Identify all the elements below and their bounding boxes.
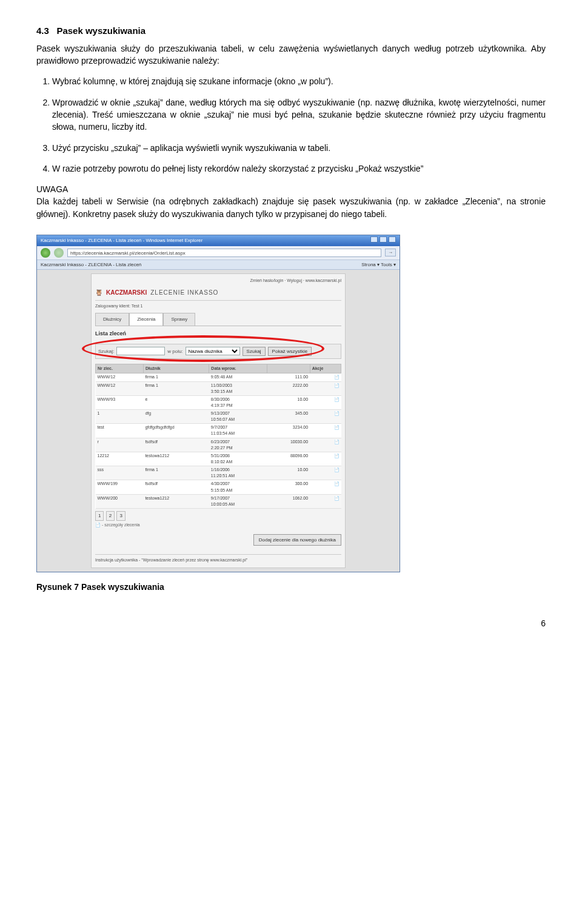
action-row: Dodaj zlecenie dla nowego dłużnika <box>95 534 341 546</box>
cell-kwota: 345.00 <box>267 410 310 424</box>
pager-note: 📄 - szczegóły zlecenia <box>95 522 341 528</box>
note-label: UWAGA <box>36 183 546 195</box>
col-kwota <box>267 364 310 373</box>
cell-akcje[interactable]: 📄 <box>310 424 341 438</box>
show-all-button[interactable]: Pokaż wszystkie <box>268 347 312 357</box>
cell-nr: WWW/12 <box>96 373 144 381</box>
cell-akcje[interactable]: 📄 <box>310 410 341 424</box>
cell-data: 9/7/200711:03:54 AM <box>209 424 267 438</box>
window-buttons <box>370 236 396 245</box>
pager: 1 2 3 <box>95 511 341 521</box>
toolbar-right[interactable]: Strona ▾ Tools ▾ <box>361 261 396 269</box>
cell-data: 8/30/20064:19:37 PM <box>209 395 267 409</box>
table-row: rfsdfsdf6/23/20072:20:27 PM10030.00📄 <box>96 438 341 452</box>
top-links[interactable]: Zmień hasło/login · Wyloguj · www.kaczma… <box>95 278 341 284</box>
step-3: Użyć przycisku „szukaj” – aplikacja wyśw… <box>52 142 546 154</box>
table-row: WWW/93e8/30/20064:19:37 PM10.00📄 <box>96 395 341 409</box>
cell-akcje[interactable]: 📄 <box>310 452 341 466</box>
cell-kwota: 300.00 <box>267 480 310 494</box>
pager-1[interactable]: 1 <box>95 511 104 521</box>
cell-nr: test <box>96 424 144 438</box>
cell-akcje[interactable]: 📄 <box>310 438 341 452</box>
cell-kwota: 111.00 <box>267 373 310 381</box>
minimize-icon[interactable] <box>370 236 378 243</box>
search-button[interactable]: Szukaj <box>242 347 266 357</box>
cell-dluznik: gfdfgdfsgdfdfgd <box>143 424 209 438</box>
section-number: 4.3 <box>36 25 49 36</box>
in-field-label: w polu: <box>167 348 182 355</box>
cell-nr: 12212 <box>96 452 144 466</box>
tab-dluznicy[interactable]: Dłużnicy <box>95 313 129 326</box>
cell-akcje[interactable]: 📄 <box>310 373 341 381</box>
cell-nr: 1 <box>96 410 144 424</box>
logged-user: Zalogowany klient: Test 1 <box>95 303 341 309</box>
cell-nr: WWW/200 <box>96 494 144 508</box>
cell-akcje[interactable]: 📄 <box>310 381 341 395</box>
go-button[interactable]: → <box>385 249 396 257</box>
table-row: testgfdfgdfsgdfdfgd9/7/200711:03:54 AM32… <box>96 424 341 438</box>
cell-kwota: 10.00 <box>267 395 310 409</box>
step-1: Wybrać kolumnę, w której znajdują się sz… <box>52 75 546 87</box>
cell-data: 5/31/20088:10:02 AM <box>209 452 267 466</box>
search-label: Szukaj: <box>98 348 114 355</box>
orders-table: Nr zlec. Dłużnik Data wprow. Akcje WWW/1… <box>95 364 341 509</box>
search-column-select[interactable]: Nazwa dłużnika <box>186 347 240 355</box>
table-row: sssfirma 11/16/200611:20:51 AM10.00📄 <box>96 466 341 480</box>
browser-tab[interactable]: Kaczmarski Inkasso - ZLECENIA - Lista zl… <box>41 261 141 269</box>
cell-kwota: 10030.00 <box>267 438 310 452</box>
forward-icon[interactable] <box>54 248 64 258</box>
tab-zlecenia[interactable]: Zlecenia <box>129 313 163 326</box>
table-row: WWW/200testowa12129/17/200710:00:05 AM10… <box>96 494 341 508</box>
brand-title: ZLECENIE INKASSO <box>150 289 218 298</box>
cell-kwota: 88098.00 <box>267 452 310 466</box>
intro-paragraph: Pasek wyszukiwania służy do przeszukiwan… <box>36 42 546 67</box>
section-title: Pasek wyszukiwania <box>56 25 146 36</box>
app-panel: Zmień hasło/login · Wyloguj · www.kaczma… <box>91 273 346 567</box>
tab-sprawy[interactable]: Sprawy <box>163 313 195 326</box>
table-row: WWW/199fsdfsdf4/30/20075:15:05 AM300.00📄 <box>96 480 341 494</box>
cell-data: 9/13/200710:56:07 AM <box>209 410 267 424</box>
table-row: WWW/12firma 19:05:48 AM111.00📄 <box>96 373 341 381</box>
address-bar[interactable]: https://zlecenia.kaczmarski.pl/zlecenia/… <box>67 249 381 257</box>
cell-nr: WWW/12 <box>96 381 144 395</box>
window-titlebar: Kaczmarski Inkasso - ZLECENIA - Lista zl… <box>37 235 400 246</box>
pager-2[interactable]: 2 <box>106 511 115 521</box>
col-nr[interactable]: Nr zlec. <box>96 364 144 373</box>
cell-dluznik: e <box>143 395 209 409</box>
details-icon: 📄 <box>95 523 101 527</box>
add-order-button[interactable]: Dodaj zlecenie dla nowego dłużnika <box>253 534 341 546</box>
cell-data: 6/23/20072:20:27 PM <box>209 438 267 452</box>
section-heading: 4.3 Pasek wyszukiwania <box>36 24 546 38</box>
page-number: 6 <box>36 617 546 629</box>
col-dluznik[interactable]: Dłużnik <box>143 364 209 373</box>
cell-akcje[interactable]: 📄 <box>310 466 341 480</box>
nav-tabs: Dłużnicy Zlecenia Sprawy <box>95 313 341 326</box>
close-icon[interactable] <box>389 236 396 243</box>
cell-kwota: 3234.00 <box>267 424 310 438</box>
pager-3[interactable]: 3 <box>116 511 125 521</box>
maximize-icon[interactable] <box>380 236 387 243</box>
cell-dluznik: dfg <box>143 410 209 424</box>
figure-caption: Rysunek 7 Pasek wyszukiwania <box>36 581 546 593</box>
steps-list: Wybrać kolumnę, w której znajdują się sz… <box>36 75 546 175</box>
table-row: WWW/12firma 111/30/20033:50:15 AM2222.00… <box>96 381 341 395</box>
table-row: 1dfg9/13/200710:56:07 AM345.00📄 <box>96 410 341 424</box>
note-text: Dla każdej tabeli w Serwisie (na odrębny… <box>36 196 546 218</box>
cell-kwota: 10.00 <box>267 466 310 480</box>
search-input[interactable] <box>116 347 165 355</box>
cell-kwota: 2222.00 <box>267 381 310 395</box>
cell-data: 11/30/20033:50:15 AM <box>209 381 267 395</box>
cell-nr: r <box>96 438 144 452</box>
search-bar: Szukaj: w polu: Nazwa dłużnika Szukaj Po… <box>95 344 341 360</box>
back-icon[interactable] <box>41 248 50 258</box>
col-data[interactable]: Data wprow. <box>209 364 267 373</box>
cell-akcje[interactable]: 📄 <box>310 494 341 508</box>
table-row: 12212testowa12125/31/20088:10:02 AM88098… <box>96 452 341 466</box>
page-body: Zmień hasło/login · Wyloguj · www.kaczma… <box>37 270 400 571</box>
col-akcje: Akcje <box>310 364 341 373</box>
table-header-row: Nr zlec. Dłużnik Data wprow. Akcje <box>96 364 341 373</box>
cell-akcje[interactable]: 📄 <box>310 395 341 409</box>
cell-akcje[interactable]: 📄 <box>310 480 341 494</box>
cell-dluznik: fsdfsdf <box>143 480 209 494</box>
brand-row: 🦉 KACZMARSKI ZLECENIE INKASSO <box>95 286 341 301</box>
